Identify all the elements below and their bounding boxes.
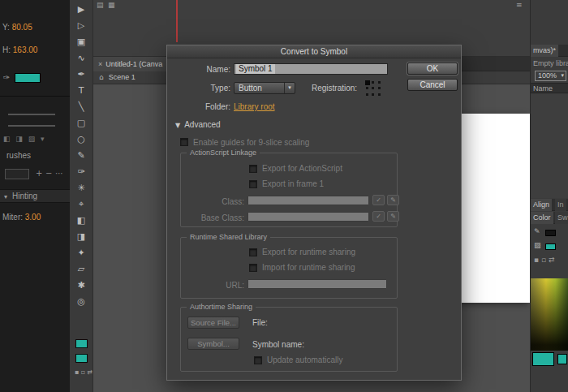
deco-tool[interactable]: ✳ xyxy=(70,180,93,196)
ink-bottle-tool[interactable]: ◨ xyxy=(70,229,93,245)
right-dock-tab[interactable]: mvas)* xyxy=(531,45,558,57)
pen-tool[interactable]: ✒ xyxy=(70,67,93,83)
lasso-tool[interactable]: ∿ xyxy=(70,50,93,67)
current-color-swatch[interactable] xyxy=(532,352,554,366)
stage-canvas[interactable] xyxy=(450,114,530,303)
paint-bucket-tool[interactable]: ◧ xyxy=(70,213,93,229)
export-for-actionscript-checkbox[interactable] xyxy=(249,165,257,173)
tab-align[interactable]: Align xyxy=(531,199,552,211)
triangle-down-icon: ▼ xyxy=(175,122,180,129)
authortime-sharing-title: Authortime Sharing xyxy=(187,303,256,311)
type-dropdown[interactable]: Button ▾ xyxy=(234,82,295,94)
timeline-playhead[interactable] xyxy=(176,0,178,42)
stroke-color-icon[interactable]: ✎ xyxy=(534,227,540,235)
line-tool[interactable]: ╲ xyxy=(70,99,93,115)
brush-preview xyxy=(5,169,29,179)
export-in-frame-1-checkbox[interactable] xyxy=(249,180,257,188)
zoom-dropdown[interactable]: 100% ▾ xyxy=(535,71,566,81)
fill-color-chip[interactable] xyxy=(545,243,556,250)
folder-link[interactable]: Library root xyxy=(234,102,275,111)
selection-tool[interactable]: ▶ xyxy=(70,2,93,18)
y-value[interactable]: 80.05 xyxy=(12,23,32,32)
tab-color[interactable]: Color xyxy=(531,212,553,224)
export-for-actionscript-label: Export for ActionScript xyxy=(262,164,342,173)
base-class-input[interactable] xyxy=(247,212,369,222)
fill-color-swatch[interactable] xyxy=(75,354,88,363)
disabled-slider xyxy=(8,125,55,127)
export-runtime-sharing-checkbox[interactable] xyxy=(249,248,257,256)
disabled-slider xyxy=(8,114,55,115)
advanced-label: Advanced xyxy=(184,120,220,129)
color-picker-gradient[interactable] xyxy=(531,278,568,351)
panel-menu-icon[interactable]: ≡ xyxy=(516,1,523,9)
import-runtime-sharing-label: Import for runtime sharing xyxy=(262,263,355,272)
dialog-titlebar[interactable]: Convert to Symbol xyxy=(167,45,461,58)
fill-color-swatch[interactable] xyxy=(15,73,41,83)
default-swap-color-icons[interactable]: ▪ ▫ ⇄ xyxy=(72,368,95,376)
cancel-button[interactable]: Cancel xyxy=(407,79,458,91)
class-input[interactable] xyxy=(247,196,369,205)
scene-breadcrumb[interactable]: Scene 1 xyxy=(109,73,136,81)
registration-grid[interactable] xyxy=(364,80,382,97)
validate-base-class-button[interactable]: ✓ xyxy=(372,211,385,222)
oval-tool[interactable]: ○ xyxy=(70,131,93,148)
free-transform-tool[interactable]: ▣ xyxy=(70,34,93,50)
stroke-style-icons[interactable]: ◧ ◨ ▨ ▾ xyxy=(3,135,46,143)
update-automatically-label: Update automatically xyxy=(267,355,342,364)
hinting-dropdown[interactable]: ▾Hinting xyxy=(0,189,70,203)
brush-tool[interactable]: ✑ xyxy=(70,164,93,180)
library-name-header[interactable]: Name xyxy=(531,83,568,93)
rectangle-tool[interactable]: ▢ xyxy=(70,115,93,131)
text-tool[interactable]: T xyxy=(70,83,93,99)
validate-class-button[interactable]: ✓ xyxy=(372,195,385,205)
symbol-name-label: Symbol name: xyxy=(252,340,304,349)
remove-brush-button[interactable]: − xyxy=(45,169,52,178)
update-automatically-checkbox[interactable] xyxy=(254,356,262,364)
edit-base-class-button[interactable]: ✎ xyxy=(387,211,399,222)
default-swap-color-icons[interactable]: ▪ ▫ ⇄ xyxy=(534,256,554,264)
runtime-shared-library-title: Runtime Shared Library xyxy=(187,233,270,241)
registration-dot xyxy=(378,81,381,84)
source-file-button[interactable]: Source File... xyxy=(187,317,239,329)
import-runtime-sharing-checkbox[interactable] xyxy=(249,264,257,272)
actionscript-linkage-title: ActionScript Linkage xyxy=(187,149,260,157)
trash-icon[interactable]: ▦ xyxy=(108,1,115,9)
edit-class-button[interactable]: ✎ xyxy=(387,195,399,205)
type-value: Button xyxy=(235,84,262,93)
h-value[interactable]: 163.00 xyxy=(13,45,38,54)
eyedropper-tool[interactable]: ✦ xyxy=(70,245,93,261)
bone-tool[interactable]: ⌖ xyxy=(70,196,93,213)
ok-button[interactable]: OK xyxy=(407,62,458,75)
add-brush-button[interactable]: + xyxy=(36,169,42,178)
subselection-tool[interactable]: ▷ xyxy=(70,18,93,34)
document-tab[interactable]: ×Untitled-1 (Canva xyxy=(93,57,174,71)
actionscript-linkage-group: ActionScript Linkage Export for ActionSc… xyxy=(180,153,398,227)
registration-dot xyxy=(378,87,381,89)
document-tab-title: Untitled-1 (Canva xyxy=(105,60,162,68)
color-swatch-small[interactable] xyxy=(557,354,567,364)
library-status-label: Empty libra xyxy=(533,59,568,67)
tab-close-icon[interactable]: × xyxy=(98,60,102,68)
pencil-tool[interactable]: ✎ xyxy=(70,148,93,164)
symbol-name-input[interactable]: Symbol 1 xyxy=(234,63,388,75)
slice-guides-checkbox[interactable] xyxy=(180,138,188,146)
stroke-color-chip[interactable] xyxy=(545,230,556,236)
fill-color-icon[interactable]: ▨ xyxy=(534,241,541,249)
zoom-tool[interactable]: ◎ xyxy=(70,294,93,310)
right-dock: mvas)* Empty libra 100% ▾ Name Align In … xyxy=(530,0,568,392)
miter-value[interactable]: 3.00 xyxy=(25,213,41,222)
tab-swatches[interactable]: Sw xyxy=(555,212,568,224)
folder-icon[interactable]: ▤ xyxy=(97,1,104,9)
eraser-tool[interactable]: ▱ xyxy=(70,261,93,278)
y-label: Y: xyxy=(2,23,10,32)
registration-dot xyxy=(378,93,381,96)
brush-menu-icon[interactable]: ⋯ xyxy=(55,169,63,178)
registration-dot xyxy=(366,87,368,89)
stroke-color-swatch[interactable] xyxy=(75,339,88,348)
tab-info[interactable]: In xyxy=(555,199,566,211)
url-input[interactable] xyxy=(247,279,387,289)
symbol-button[interactable]: Symbol... xyxy=(187,338,239,350)
name-label: Name: xyxy=(174,65,230,74)
hand-tool[interactable]: ✱ xyxy=(70,278,93,294)
advanced-toggle[interactable]: ▼Advanced xyxy=(175,120,221,129)
